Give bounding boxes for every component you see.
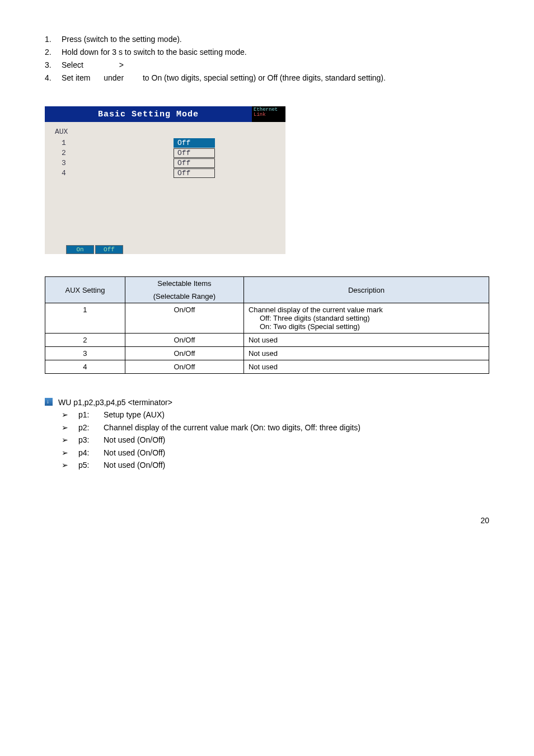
param-name: p2: xyxy=(78,421,104,434)
cell-aux: 1 xyxy=(45,303,125,334)
step-number: 4. xyxy=(45,72,62,84)
aux-row: 3Off xyxy=(55,158,275,168)
chevron-icon: ➢ xyxy=(45,408,78,421)
param-description: Not used (On/Off) xyxy=(104,434,489,446)
cell-description: Not used xyxy=(243,360,489,374)
cell-selectable: On/Off xyxy=(125,360,243,374)
screenshot-body: AUX 1Off2Off3Off4Off xyxy=(45,122,285,245)
col-selectable-range: (Selectable Range) xyxy=(125,290,243,303)
step-3: 3. Select > xyxy=(45,59,489,71)
cell-selectable: On/Off xyxy=(125,347,243,360)
aux-row-number: 3 xyxy=(55,159,174,167)
step-2: 2. Hold down for 3 s to switch to the ba… xyxy=(45,46,489,58)
aux-row: 4Off xyxy=(55,168,275,178)
param-description: Channel display of the current value mar… xyxy=(104,421,489,434)
param-description: Not used (On/Off) xyxy=(104,459,489,471)
param-row: ➢p4:Not used (On/Off) xyxy=(45,447,489,459)
cell-selectable: On/Off xyxy=(125,334,243,347)
step-number: 3. xyxy=(45,59,62,71)
aux-row-value[interactable]: Off xyxy=(174,168,215,178)
aux-row: 1Off xyxy=(55,138,275,148)
aux-row-value[interactable]: Off xyxy=(174,158,215,168)
param-name: p5: xyxy=(78,459,104,471)
table-row: 4On/OffNot used xyxy=(45,360,489,374)
window-title: Basic Setting Mode xyxy=(45,106,252,122)
param-name: p3: xyxy=(78,434,104,446)
step-text: Set item under to On (two digits, specia… xyxy=(62,72,489,84)
param-row: ➢p5:Not used (On/Off) xyxy=(45,459,489,471)
ethernet-indicator: Ethernet Link xyxy=(252,106,285,122)
screenshot-footer: On Off xyxy=(45,245,285,254)
step-text: Hold down for 3 s to switch to the basic… xyxy=(62,46,489,58)
step-text: Press (switch to the setting mode). xyxy=(62,34,489,45)
table-row: 1On/OffChannel display of the current va… xyxy=(45,303,489,334)
download-icon xyxy=(45,398,53,406)
aux-row: 2Off xyxy=(55,148,275,158)
param-row: ➢p2:Channel display of the current value… xyxy=(45,421,489,434)
col-aux-setting: AUX Setting xyxy=(45,277,125,303)
chevron-icon: ➢ xyxy=(45,421,78,434)
procedure-steps: 1. Press (switch to the setting mode). 2… xyxy=(45,34,489,84)
page-number: 20 xyxy=(45,516,489,525)
cell-aux: 3 xyxy=(45,347,125,360)
step-text: Select > xyxy=(62,59,489,71)
cell-selectable: On/Off xyxy=(125,303,243,334)
aux-row-value[interactable]: Off xyxy=(174,138,215,148)
cell-description: Not used xyxy=(243,334,489,347)
param-description: Not used (On/Off) xyxy=(104,447,489,459)
off-button[interactable]: Off xyxy=(95,245,123,254)
param-row: ➢p1:Setup type (AUX) xyxy=(45,408,489,421)
aux-row-number: 1 xyxy=(55,139,174,147)
table-row: 2On/OffNot used xyxy=(45,334,489,347)
aux-row-number: 4 xyxy=(55,169,174,177)
cell-aux: 4 xyxy=(45,360,125,374)
col-description: Description xyxy=(243,277,489,303)
col-selectable-items: Selectable Items xyxy=(125,277,243,290)
aux-label: AUX xyxy=(55,128,275,136)
chevron-icon: ➢ xyxy=(45,434,78,446)
on-button[interactable]: On xyxy=(66,245,94,254)
step-1: 1. Press (switch to the setting mode). xyxy=(45,34,489,45)
param-name: p1: xyxy=(78,408,104,421)
table-row: 3On/OffNot used xyxy=(45,347,489,360)
chevron-icon: ➢ xyxy=(45,459,78,471)
screenshot-header: Basic Setting Mode Ethernet Link xyxy=(45,106,285,122)
step-number: 2. xyxy=(45,46,62,58)
cell-aux: 2 xyxy=(45,334,125,347)
chevron-icon: ➢ xyxy=(45,447,78,459)
command-main: WU p1,p2,p3,p4,p5 <terminator> xyxy=(45,396,489,408)
step-4: 4. Set item under to On (two digits, spe… xyxy=(45,72,489,84)
param-name: p4: xyxy=(78,447,104,459)
step-number: 1. xyxy=(45,34,62,45)
cell-description: Channel display of the current value mar… xyxy=(243,303,489,334)
aux-row-value[interactable]: Off xyxy=(174,148,215,158)
basic-setting-mode-screenshot: Basic Setting Mode Ethernet Link AUX 1Of… xyxy=(45,106,285,254)
param-description: Setup type (AUX) xyxy=(104,408,489,421)
command-section: WU p1,p2,p3,p4,p5 <terminator> ➢p1:Setup… xyxy=(45,396,489,471)
aux-row-number: 2 xyxy=(55,149,174,157)
aux-settings-table: AUX Setting Selectable Items Description… xyxy=(45,276,489,374)
param-row: ➢p3:Not used (On/Off) xyxy=(45,434,489,446)
cell-description: Not used xyxy=(243,347,489,360)
